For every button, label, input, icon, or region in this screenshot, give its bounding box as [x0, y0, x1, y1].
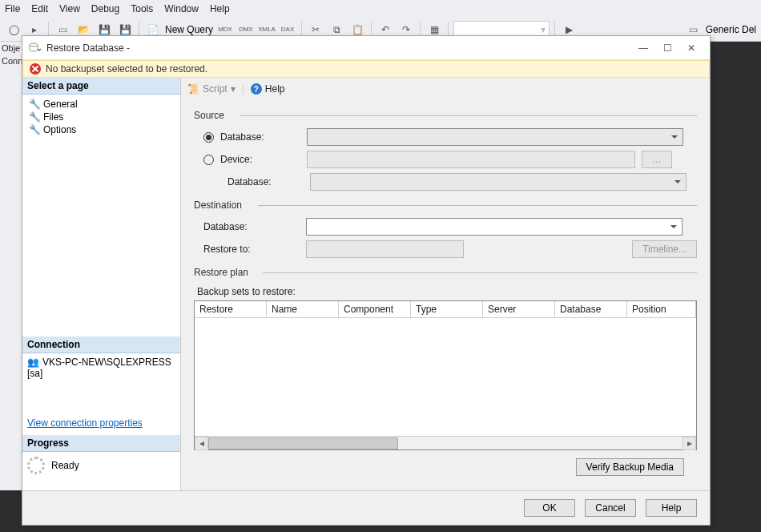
col-database[interactable]: Database — [555, 301, 627, 318]
menu-view[interactable]: View — [59, 3, 80, 14]
dialog-title: Restore Database - — [46, 42, 631, 54]
source-device-label: Device: — [220, 154, 300, 165]
script-icon: 📜 — [187, 83, 199, 95]
col-type[interactable]: Type — [411, 301, 483, 318]
device-browse-button[interactable]: … — [642, 151, 672, 168]
source-device-textbox — [307, 151, 635, 168]
dest-database-dropdown[interactable] — [306, 218, 682, 236]
object-explorer-panel: Obje Conn — [0, 42, 24, 490]
source-device-database-label: Database: — [227, 176, 304, 187]
help-icon: ? — [251, 83, 262, 95]
col-restore[interactable]: Restore — [195, 301, 267, 318]
select-page-head: Select a page — [22, 78, 180, 95]
help-button[interactable]: ? Help — [251, 83, 285, 95]
progress-head: Progress — [22, 435, 180, 452]
page-files[interactable]: 🔧Files — [27, 111, 175, 123]
page-options[interactable]: 🔧Options — [27, 123, 175, 136]
timeline-button[interactable]: Timeline... — [632, 240, 697, 258]
cancel-button[interactable]: Cancel — [585, 499, 636, 517]
generic-debugger-label: Generic Del — [706, 24, 756, 35]
object-explorer-connect: Conn — [0, 54, 23, 67]
connection-string: VKS-PC-NEW\SQLEXPRESS [sa] — [27, 357, 171, 379]
restore-to-textbox — [306, 240, 464, 258]
menu-help[interactable]: Help — [210, 3, 230, 14]
page-general[interactable]: 🔧General — [27, 98, 175, 111]
source-database-radio[interactable] — [203, 132, 214, 143]
menu-window[interactable]: Window — [164, 3, 199, 14]
source-database-label: Database: — [220, 131, 300, 143]
svg-point-0 — [30, 43, 38, 46]
wrench-icon: 🔧 — [29, 111, 38, 123]
backup-sets-label: Backup sets to restore: — [197, 286, 697, 297]
scroll-left-icon[interactable]: ◂ — [195, 437, 208, 450]
right-pane: 📜 Script ▾ | ? Help Source Database: — [181, 78, 710, 490]
scroll-right-icon[interactable]: ▸ — [682, 437, 696, 450]
source-device-database-dropdown — [310, 173, 687, 191]
restore-plan-group: Restore plan — [194, 267, 697, 278]
script-button[interactable]: 📜 Script ▾ — [187, 83, 236, 95]
chevron-down-icon: ▾ — [231, 83, 236, 95]
restore-database-dialog: Restore Database - — ☐ ✕ No backupset se… — [22, 35, 711, 526]
dialog-titlebar[interactable]: Restore Database - — ☐ ✕ — [22, 36, 710, 60]
progress-spinner-icon — [27, 457, 45, 474]
wrench-icon: 🔧 — [29, 99, 38, 110]
dialog-button-bar: OK Cancel Help — [22, 490, 710, 525]
connection-head: Connection — [22, 337, 180, 353]
error-icon — [30, 63, 41, 75]
scroll-thumb[interactable] — [208, 437, 398, 449]
source-group: Source — [194, 110, 697, 121]
table-header: Restore Name Component Type Server Datab… — [195, 301, 696, 318]
verify-backup-media-button[interactable]: Verify Backup Media — [576, 458, 684, 476]
help-button[interactable]: Help — [646, 499, 697, 517]
table-body — [195, 318, 696, 436]
wrench-icon: 🔧 — [29, 124, 38, 135]
col-server[interactable]: Server — [483, 301, 555, 318]
view-connection-properties-link[interactable]: View connection properties — [22, 417, 180, 429]
progress-status: Ready — [51, 460, 79, 471]
menu-file[interactable]: File — [5, 3, 20, 14]
menu-edit[interactable]: Edit — [31, 3, 48, 14]
source-database-dropdown[interactable] — [307, 128, 683, 146]
server-icon: 👥 — [27, 357, 39, 368]
col-name[interactable]: Name — [267, 301, 339, 318]
dest-database-label: Database: — [203, 221, 300, 232]
left-pane: Select a page 🔧General 🔧Files 🔧Options C… — [22, 78, 181, 490]
warning-text: No backupset selected to be restored. — [46, 63, 207, 75]
source-device-radio[interactable] — [203, 155, 214, 165]
menu-debug[interactable]: Debug — [91, 3, 119, 14]
minimize-button[interactable]: — — [631, 39, 655, 57]
warning-bar: No backupset selected to be restored. — [22, 60, 710, 78]
menu-tools[interactable]: Tools — [131, 3, 153, 14]
object-explorer-title: Obje — [0, 42, 23, 54]
restore-icon — [29, 42, 42, 54]
col-position[interactable]: Position — [627, 301, 696, 318]
nav-back-icon[interactable]: ◯ — [5, 21, 22, 38]
destination-group: Destination — [194, 200, 697, 211]
close-button[interactable]: ✕ — [679, 39, 703, 57]
horizontal-scrollbar[interactable]: ◂ ▸ — [195, 436, 696, 449]
ide-menubar: File Edit View Debug Tools Window Help — [0, 0, 761, 18]
new-query-button[interactable]: New Query — [165, 24, 213, 35]
col-component[interactable]: Component — [339, 301, 411, 318]
backup-sets-table[interactable]: Restore Name Component Type Server Datab… — [194, 300, 697, 450]
ok-button[interactable]: OK — [524, 499, 575, 517]
maximize-button[interactable]: ☐ — [655, 39, 679, 57]
restore-to-label: Restore to: — [203, 244, 300, 255]
